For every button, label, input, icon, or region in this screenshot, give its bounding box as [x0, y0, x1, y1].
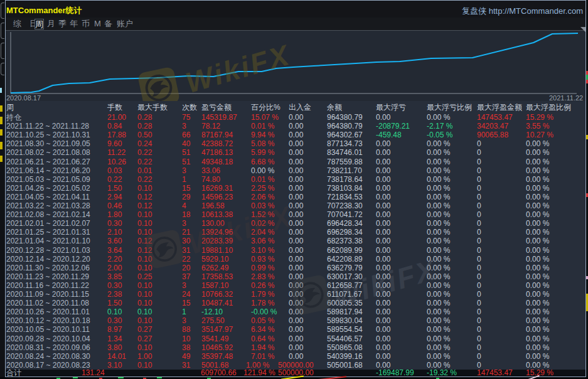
table-row[interactable]: 2021.11.22 ~ 2021.11.280.840.28378.120.0…	[6, 122, 585, 131]
table-row[interactable]: 2021.03.22 ~ 2021.03.280.460.124196.580.…	[6, 202, 585, 211]
col-header-4: 盈亏金额	[201, 102, 232, 113]
value-cell: 0	[477, 149, 481, 157]
table-row[interactable]: 2020.09.28 ~ 2020.10.041.340.27103541.49…	[6, 335, 585, 344]
value-cell: 0.10	[137, 291, 152, 299]
value-cell: 1587.10	[201, 282, 228, 291]
value-cell: 0.05 %	[251, 317, 274, 326]
value-cell: 589817.94	[327, 308, 363, 317]
table-row[interactable]: 2020.11.23 ~ 2020.11.293.850.253717358.5…	[6, 273, 585, 282]
value-cell: 0.00	[289, 344, 303, 353]
table-row[interactable]: 2021.08.02 ~ 2021.08.0811.220.225147186.…	[6, 149, 585, 157]
table-row[interactable]: 2020.11.02 ~ 2020.11.081.500.101510487.4…	[6, 299, 585, 308]
table-row[interactable]: 2020.11.16 ~ 2020.11.220.300.1031587.100…	[6, 282, 585, 291]
value-cell: 696428.34	[327, 220, 363, 228]
value-cell: 29	[182, 193, 190, 202]
table-row[interactable]: 2021.06.14 ~ 2021.06.200.030.01333.060.0…	[6, 167, 585, 176]
table-row[interactable]: 2021.01.25 ~ 2021.01.312.100.102113924.9…	[6, 228, 585, 237]
menu-item-0[interactable]: 综	[13, 19, 21, 29]
value-cell: 0.00	[289, 353, 303, 361]
chart-end-date: 2021.11.22	[549, 94, 583, 101]
value-cell: 2.25 %	[251, 184, 274, 193]
menu-item-7[interactable]: M	[94, 19, 101, 29]
value-cell: 0.00 %	[427, 202, 450, 211]
value-cell: 0.00	[376, 326, 390, 334]
table-row[interactable]: 2020.10.05 ~ 2020.10.118.970.278835147.9…	[6, 326, 585, 334]
value-cell: 0.03 %	[251, 202, 274, 211]
menu-item-8[interactable]: 备	[104, 19, 112, 29]
value-cell: 0.00 %	[526, 220, 549, 228]
table-row[interactable]: 2021.04.26 ~ 2021.05.021.500.101516269.3…	[6, 184, 585, 193]
value-cell: 0.00 %	[526, 149, 549, 157]
value-cell: 11.22	[107, 149, 126, 157]
menu-item-2[interactable]: 周	[35, 19, 44, 29]
period-cell: 2020.08.24 ~ 2020.08.30	[6, 353, 90, 361]
value-cell: 0.00	[376, 202, 390, 211]
value-cell: 0.00	[289, 140, 303, 149]
value-cell: 505001.68	[327, 361, 363, 370]
value-cell: 0.10	[137, 211, 152, 220]
value-cell: 75	[182, 114, 190, 122]
value-cell: 147453.47	[477, 114, 513, 122]
value-cell: 20283.39	[201, 237, 233, 246]
table-row[interactable]: 2020.10.26 ~ 2020.11.010.100.101-12.10-0…	[6, 308, 585, 317]
brand-link[interactable]: 复盘侠 http://MTCommander.com	[462, 6, 583, 17]
value-cell: 0.10	[137, 255, 152, 264]
table-row[interactable]: 2021.08.30 ~ 2021.09.059.600.244042388.7…	[6, 140, 585, 149]
value-cell: 0.00 %	[427, 140, 450, 149]
value-cell: -459.48	[376, 131, 402, 140]
table-row[interactable]: 2020.10.12 ~ 2020.10.180.300.103275.500.…	[6, 317, 585, 326]
table-row[interactable]: 2020.08.24 ~ 2020.08.3014.011.004935397.…	[6, 353, 585, 361]
desktop: MTCommander统计 复盘侠 http://MTCommander.com…	[0, 0, 588, 379]
value-cell: 0.00	[289, 291, 303, 299]
value-cell: 196.58	[201, 202, 225, 211]
resize-grip[interactable]	[580, 27, 585, 32]
value-cell: 0.50	[137, 131, 152, 140]
table-row[interactable]: 2021.05.03 ~ 2021.05.090.220.22174.800.0…	[6, 176, 585, 184]
table-row[interactable]: 2020.12.14 ~ 2020.12.202.200.10225929.10…	[6, 255, 585, 264]
value-cell: 0.10	[137, 308, 152, 317]
value-cell: 3	[182, 220, 186, 228]
value-cell: 0.00	[289, 193, 303, 202]
value-cell: 0.00 %	[526, 184, 549, 193]
period-cell: 2021.01.25 ~ 2021.01.31	[6, 228, 90, 237]
value-cell: 49348.18	[201, 158, 233, 167]
table-row[interactable]: 2021.02.01 ~ 2021.02.070.300.103130.000.…	[6, 220, 585, 228]
table-row[interactable]: 2020.08.31 ~ 2020.09.063.800.103810465.9…	[6, 344, 585, 353]
total-row: 合计131.24609700.66121.94 %500000.00-16948…	[6, 370, 585, 376]
value-cell: 18	[182, 211, 190, 220]
value-cell: 78.12	[201, 122, 220, 131]
menu-item-5[interactable]: 年	[70, 19, 78, 29]
value-cell: 0.00	[289, 335, 303, 344]
value-cell: 0.10	[137, 264, 152, 273]
menu-item-6[interactable]: 币	[82, 19, 90, 29]
value-cell: 0.00	[376, 317, 390, 326]
value-cell: 0.46	[107, 202, 122, 211]
period-cell: 2021.10.25 ~ 2021.10.31	[6, 131, 90, 140]
table-row[interactable]: 2020.11.09 ~ 2020.11.152.380.102410766.3…	[6, 291, 585, 299]
menu-item-4[interactable]: 季	[58, 19, 67, 29]
table-row[interactable]: 2021.01.04 ~ 2021.01.103.600.123020283.3…	[6, 237, 585, 246]
menu-item-9[interactable]: 账户	[117, 19, 133, 29]
value-cell: 600305.35	[327, 299, 363, 308]
value-cell: 0.00	[289, 247, 303, 255]
table-row[interactable]: 2021.06.21 ~ 2021.06.2710.260.225149348.…	[6, 158, 585, 167]
value-cell: 0.00	[376, 273, 390, 282]
table-row[interactable]: 2021.02.08 ~ 2021.02.141.800.101810613.3…	[6, 211, 585, 220]
value-cell: 589830.04	[327, 317, 363, 326]
value-cell: 0	[477, 237, 481, 246]
value-cell: 0.00 %	[427, 228, 450, 237]
value-cell: -0.05 %	[427, 131, 452, 140]
value-cell: 2.06 %	[251, 193, 274, 202]
value-cell: 964302.67	[327, 131, 363, 140]
value-cell: 0.00	[376, 353, 390, 361]
table-row[interactable]: 2021.10.25 ~ 2021.10.3117.880.506687167.…	[6, 131, 585, 140]
table-row[interactable]: 2020.11.30 ~ 2020.12.062.000.10206262.49…	[6, 264, 585, 273]
table-row[interactable]: 2020.12.28 ~ 2021.01.033.640.123119881.1…	[6, 247, 585, 255]
value-cell: 14596.23	[201, 193, 233, 202]
value-cell: 0	[477, 344, 481, 353]
menu-item-3[interactable]: 月	[47, 19, 55, 29]
table-row[interactable]: 2021.04.05 ~ 2021.04.112.940.122914596.2…	[6, 193, 585, 202]
value-cell: 707238.30	[327, 202, 363, 211]
value-cell: 0.00	[289, 273, 303, 282]
table-row[interactable]: 持仓21.000.2875145319.8715.07 %0.00964380.…	[6, 114, 585, 122]
